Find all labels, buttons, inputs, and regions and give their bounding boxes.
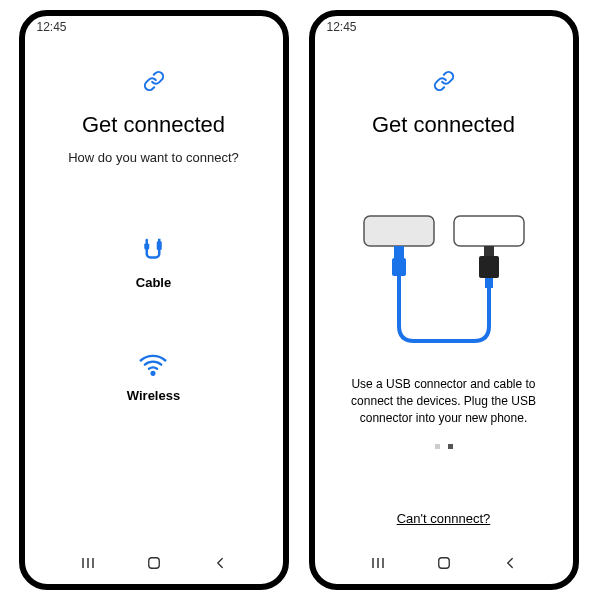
link-icon: [143, 70, 165, 96]
screen-content: Get connected How do you want to connect…: [25, 38, 283, 546]
svg-rect-0: [157, 241, 162, 250]
screen-content: Get connected Use a USB connector and ca…: [315, 38, 573, 546]
svg-rect-7: [364, 216, 434, 246]
nav-home[interactable]: [145, 554, 163, 576]
page-title: Get connected: [82, 112, 225, 138]
svg-rect-8: [454, 216, 524, 246]
status-time: 12:45: [37, 20, 67, 34]
status-bar: 12:45: [315, 16, 573, 38]
svg-rect-10: [392, 258, 406, 276]
page-subtitle: How do you want to connect?: [68, 150, 239, 165]
cable-illustration: [344, 206, 544, 366]
status-bar: 12:45: [25, 16, 283, 38]
link-icon: [433, 70, 455, 96]
wifi-icon: [138, 350, 168, 382]
svg-rect-1: [158, 239, 161, 243]
option-cable[interactable]: Cable: [136, 235, 171, 290]
svg-rect-12: [479, 256, 499, 278]
nav-bar: [25, 546, 283, 584]
svg-rect-11: [484, 246, 494, 256]
svg-point-2: [152, 372, 155, 375]
nav-bar: [315, 546, 573, 584]
option-wireless[interactable]: Wireless: [127, 350, 180, 403]
page-dot-active: [448, 444, 453, 449]
option-cable-label: Cable: [136, 275, 171, 290]
nav-recent[interactable]: [368, 553, 388, 577]
phone-right: 12:45 Get connected Use a: [309, 10, 579, 590]
option-wireless-label: Wireless: [127, 388, 180, 403]
connection-options: Cable Wireless: [127, 235, 180, 403]
nav-home[interactable]: [435, 554, 453, 576]
svg-rect-6: [149, 558, 160, 569]
page-indicator: [435, 444, 453, 449]
nav-back[interactable]: [211, 554, 229, 576]
instruction-text: Use a USB connector and cable to connect…: [331, 376, 557, 426]
help-link[interactable]: Can't connnect?: [397, 511, 491, 526]
svg-rect-9: [394, 246, 404, 258]
phone-left: 12:45 Get connected How do you want to c…: [19, 10, 289, 590]
svg-rect-17: [439, 558, 450, 569]
nav-back[interactable]: [501, 554, 519, 576]
status-time: 12:45: [327, 20, 357, 34]
page-dot: [435, 444, 440, 449]
nav-recent[interactable]: [78, 553, 98, 577]
page-title: Get connected: [372, 112, 515, 138]
cable-icon: [138, 235, 168, 269]
